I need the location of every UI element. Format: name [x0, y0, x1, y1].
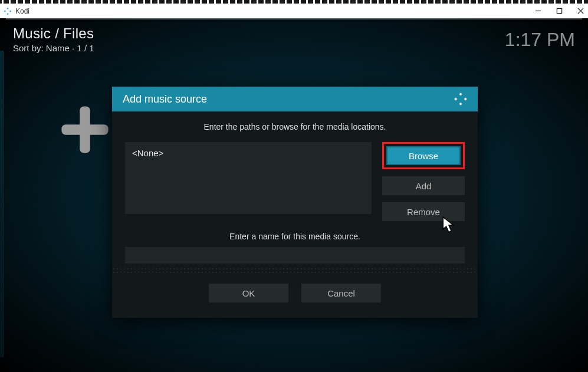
add-button[interactable]: Add	[382, 176, 465, 195]
title-glitch-artifact	[0, 0, 588, 4]
svg-rect-2	[9, 10, 11, 12]
add-source-tile[interactable]	[59, 104, 111, 156]
window-titlebar: Kodi	[0, 4, 588, 18]
app-title: Kodi	[15, 7, 29, 15]
plus-icon	[59, 104, 111, 156]
svg-rect-5	[557, 8, 561, 13]
svg-rect-1	[4, 10, 6, 12]
dialog-header: Add music source	[112, 87, 478, 111]
divider-dotted	[112, 267, 478, 273]
maximize-button[interactable]	[555, 7, 563, 15]
svg-rect-9	[61, 124, 108, 135]
svg-rect-12	[464, 97, 467, 100]
minimize-button[interactable]	[534, 7, 542, 15]
sidebar-handle[interactable]	[0, 51, 4, 357]
svg-rect-13	[459, 103, 462, 106]
close-button[interactable]	[576, 7, 584, 15]
clock: 1:17 PM	[505, 29, 575, 51]
breadcrumb: Music / Files	[13, 25, 94, 42]
app-body: Music / Files Sort by: Name · 1 / 1 1:17…	[0, 18, 588, 372]
paths-instruction: Enter the paths or browse for the media …	[125, 122, 465, 131]
dialog-body: Enter the paths or browse for the media …	[112, 111, 478, 318]
name-instruction: Enter a name for this media source.	[125, 232, 465, 241]
dialog-title: Add music source	[123, 93, 207, 106]
browse-button[interactable]: Browse	[386, 146, 461, 165]
path-entry-none[interactable]: <None>	[132, 148, 364, 158]
browse-highlight-annotation: Browse	[382, 142, 465, 169]
svg-rect-0	[6, 7, 8, 9]
sort-status: Sort by: Name · 1 / 1	[13, 43, 94, 53]
svg-rect-3	[6, 13, 8, 15]
svg-rect-10	[459, 93, 462, 96]
kodi-icon	[454, 93, 467, 106]
svg-rect-11	[454, 97, 457, 100]
add-music-source-dialog: Add music source Enter the paths or brow…	[112, 87, 478, 318]
paths-list[interactable]: <None>	[125, 142, 372, 214]
kodi-icon	[4, 7, 12, 15]
top-edge-highlight	[6, 18, 582, 19]
ok-button[interactable]: OK	[209, 284, 288, 302]
source-name-input[interactable]	[125, 247, 465, 264]
cancel-button[interactable]: Cancel	[301, 284, 381, 302]
remove-button[interactable]: Remove	[382, 202, 465, 221]
window-controls	[534, 7, 584, 15]
